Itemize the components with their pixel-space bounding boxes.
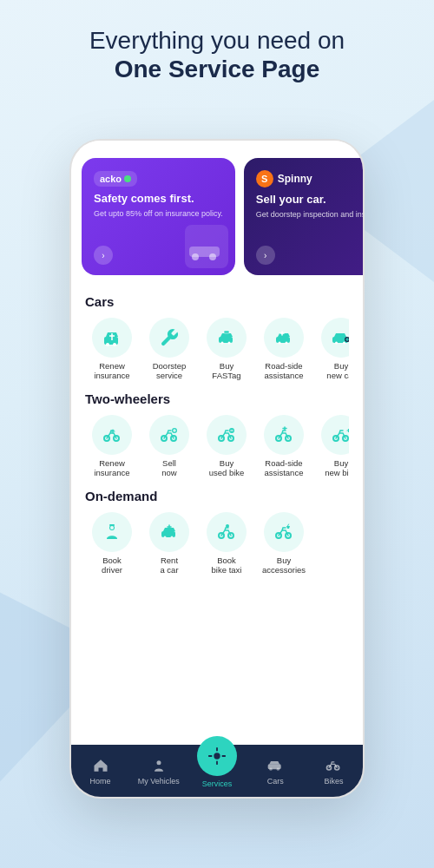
svg-point-8 [106,343,109,346]
bike-roadside-label: Road-sideassistance [265,458,304,478]
car-help-icon [264,318,304,358]
service-bike-roadside[interactable]: Road-sideassistance [257,415,311,478]
nav-home[interactable]: Home [71,756,129,786]
bike-taxi-icon [207,512,247,552]
spinny-desc: Get doorstep inspection and instant paym… [256,210,363,220]
phone-notch [71,141,363,149]
svg-point-19 [343,342,345,345]
svg-point-2 [209,253,216,260]
cars-services-grid: Renewinsurance Doorstepservice [85,318,349,381]
spinny-arrow[interactable]: › [256,246,275,265]
roadside-label: Road-sideassistance [265,361,304,381]
service-buy-used-bike[interactable]: Buyused bike [200,415,253,478]
svg-point-1 [192,253,199,260]
svg-point-16 [286,342,288,345]
buy-used-bike-label: Buyused bike [209,458,245,478]
rent-car-label: Renta car [160,556,178,575]
service-renew-insurance-cars[interactable]: Renewinsurance [85,318,139,381]
svg-point-38 [171,536,174,538]
book-bike-taxi-label: Bookbike taxi [212,556,242,575]
header: Everything you need on One Service Page [0,0,434,101]
svg-point-41 [226,524,229,528]
svg-point-44 [156,760,161,765]
spinny-title: Sell your car. [256,193,363,207]
nav-services-label: Services [202,779,233,788]
cars-nav-icon [266,756,285,775]
nav-cars[interactable]: Cars [247,756,305,786]
cars-section-title: Cars [85,294,349,309]
carousel-card-spinny[interactable]: S Spinny Sell your car. Get doorstep ins… [244,158,363,275]
acko-title: Safety comes first. [94,192,223,206]
bike-shield-icon [92,415,132,455]
two-wheelers-services-grid: Renewinsurance Sellnow [85,415,349,478]
nav-my-vehicles[interactable]: My Vehicles [129,756,187,786]
phone-frame: acko Safety comes first. Get upto 85% of… [69,139,365,799]
nav-bikes-label: Bikes [324,777,343,786]
service-doorstep[interactable]: Doorstepservice [142,318,196,381]
header-line1: Everything you need on [26,26,408,56]
wrench-icon [149,318,189,358]
svg-point-15 [279,342,281,345]
service-fastag[interactable]: BuyFASTag [200,318,253,381]
acko-dot [124,175,131,182]
services-bubble [197,736,237,776]
spinny-s: S [256,170,273,187]
doorstep-label: Doorstepservice [153,361,187,381]
bike-buy-icon [207,415,247,455]
svg-point-48 [277,768,279,771]
bikes-nav-icon [324,756,343,775]
home-icon [91,756,110,775]
svg-rect-35 [109,524,115,526]
svg-point-12 [228,342,231,345]
bike-renew-label: Renewinsurance [94,458,129,478]
renew-insurance-label: Renewinsurance [94,361,129,381]
on-demand-section-title: On-demand [85,489,349,503]
svg-point-9 [113,343,116,346]
spinny-logo: S Spinny [256,170,363,187]
svg-point-18 [335,342,338,345]
car-tag-icon [207,318,247,358]
service-rent-car[interactable]: Renta car [142,512,196,575]
service-buy-new-car[interactable]: Buynew car [314,318,349,381]
service-buy-accessories[interactable]: Buyaccessories [257,512,311,575]
two-wheelers-section-title: Two-wheelers [85,391,349,406]
svg-point-11 [221,342,224,345]
acko-logo: acko [94,171,137,187]
carousel-card-acko[interactable]: acko Safety comes first. Get upto 85% of… [82,158,235,275]
acko-logo-text: acko [100,174,122,184]
bike-help-icon [264,415,304,455]
new-car-icon [321,318,349,358]
carousel[interactable]: acko Safety comes first. Get upto 85% of… [71,149,363,284]
svg-point-45 [214,753,220,759]
car-shield-icon [92,318,132,358]
service-book-bike-taxi[interactable]: Bookbike taxi [200,512,253,575]
my-vehicles-icon [149,756,168,775]
services-content: Cars Renewinsurance [71,284,363,753]
nav-my-vehicles-label: My Vehicles [138,777,180,786]
acko-desc: Get upto 85% off on insurance policy. [94,209,223,220]
nav-cars-label: Cars [267,777,284,786]
on-demand-services-grid: Bookdriver Renta car [85,512,349,575]
bike-sell-icon [149,415,189,455]
svg-point-34 [110,526,114,529]
svg-rect-36 [161,531,175,537]
fastag-label: BuyFASTag [212,361,240,381]
service-roadside-cars[interactable]: Road-sideassistance [257,318,311,381]
svg-rect-13 [224,331,229,333]
service-book-driver[interactable]: Bookdriver [85,512,139,575]
service-sell-now[interactable]: Sellnow [142,415,196,478]
sell-now-label: Sellnow [161,458,176,478]
nav-home-label: Home [90,777,111,786]
svg-point-37 [164,536,167,538]
acko-arrow[interactable]: › [94,246,113,265]
buy-new-car-label: Buynew car [326,361,349,381]
nav-services[interactable]: Services [187,753,246,788]
service-buy-new-bike[interactable]: Buynew bike [314,415,349,478]
nav-bikes[interactable]: Bikes [305,756,363,786]
service-bike-renew-insurance[interactable]: Renewinsurance [85,415,139,478]
svg-rect-14 [276,337,290,343]
acko-img [185,225,228,268]
accessories-icon [264,512,304,552]
svg-rect-7 [104,337,118,345]
buy-new-bike-label: Buynew bike [325,458,349,478]
